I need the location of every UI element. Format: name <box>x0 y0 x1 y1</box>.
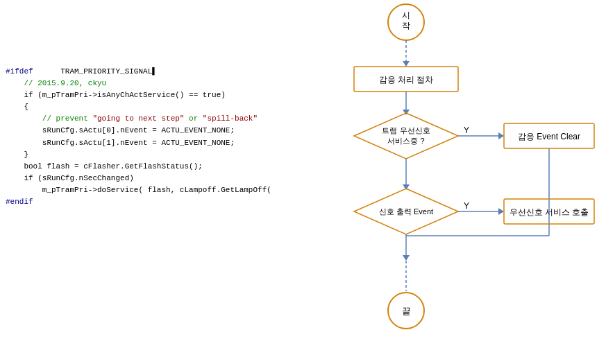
code-line: bool flash = cFlasher.GetFlashStatus(); <box>6 161 265 173</box>
code-line <box>6 7 265 19</box>
svg-marker-13 <box>403 255 410 261</box>
code-line <box>6 54 265 66</box>
code-line: sRunCfg.sActu[0].nEvent = ACTU_EVENT_NON… <box>6 125 265 137</box>
code-line: if (m_pTramPri->isAnyChActService() == t… <box>6 89 265 101</box>
flowchart-panel: 시 작 감응 처리 절차 트램 우선신호 서비스중 ? Y 감응 Event C… <box>271 0 606 364</box>
code-line: } <box>6 149 265 161</box>
svg-marker-5 <box>498 132 504 139</box>
diamond1-label1: 트램 우선신호 <box>382 126 430 135</box>
code-line <box>6 19 265 31</box>
diamond2-label: 신호 출력 Event <box>379 207 433 216</box>
box1-label: 감응 Event Clear <box>518 132 580 141</box>
code-line: #ifdef TRAM_PRIORITY_SIGNAL▌ <box>6 66 265 78</box>
diamond1 <box>354 113 458 159</box>
start-label2: 작 <box>402 21 410 31</box>
diamond1-label2: 서비스중 ? <box>387 137 424 145</box>
proc1-label: 감응 처리 절차 <box>379 75 434 85</box>
start-label: 시 <box>402 10 410 20</box>
code-line <box>6 42 265 54</box>
code-line: sRunCfg.sActu[1].nEvent = ACTU_EVENT_NON… <box>6 137 265 149</box>
code-line: // prevent "going to next step" or "spil… <box>6 113 265 125</box>
svg-marker-10 <box>498 208 504 215</box>
code-line: if (sRunCfg.nSecChanged) <box>6 173 265 184</box>
y-label2: Y <box>464 201 469 211</box>
svg-marker-1 <box>403 61 410 67</box>
y-label1: Y <box>464 125 469 135</box>
code-line: // 2015.9.20, ckyu <box>6 78 265 89</box>
code-line <box>6 31 265 42</box>
code-line: { <box>6 101 265 113</box>
code-line: m_pTramPri->doService( flash, cLampoff.G… <box>6 184 265 196</box>
code-line: #endif <box>6 196 265 208</box>
box2-label: 우선신호 서비스 호출 <box>510 207 589 217</box>
end-label: 끝 <box>402 306 411 316</box>
code-panel: #ifdef TRAM_PRIORITY_SIGNAL▌ // 2015.9.2… <box>0 0 271 364</box>
